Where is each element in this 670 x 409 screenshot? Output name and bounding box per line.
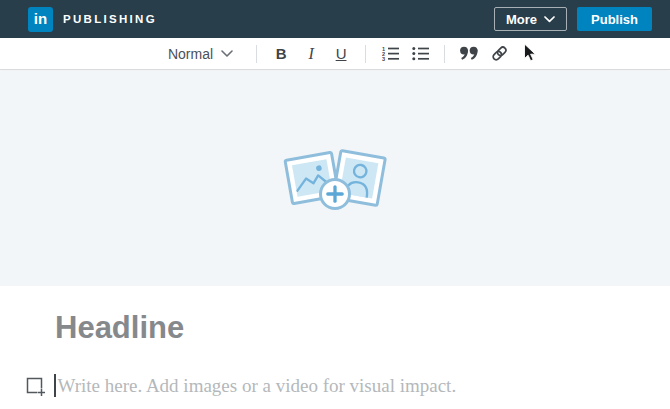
headline-input[interactable]: Headline — [55, 310, 184, 346]
ordered-list-icon: 123 — [382, 46, 399, 61]
add-images-icon[interactable] — [268, 137, 402, 221]
double-quote-icon — [460, 46, 478, 61]
toolbar-divider — [365, 45, 366, 63]
chain-link-icon — [491, 45, 508, 62]
publish-button[interactable]: Publish — [577, 7, 652, 31]
bold-button[interactable]: B — [268, 41, 294, 67]
cover-image-dropzone[interactable] — [0, 71, 670, 286]
brand-title: PUBLISHING — [63, 13, 157, 25]
body-editor-row: Write here. Add images or a video for vi… — [24, 374, 456, 397]
linkedin-logo-icon[interactable]: in — [28, 7, 53, 32]
logo-text: in — [34, 10, 47, 27]
blockquote-button[interactable] — [456, 41, 482, 67]
link-button[interactable] — [486, 41, 512, 67]
bullet-list-icon — [412, 46, 429, 61]
more-button[interactable]: More — [494, 7, 567, 31]
toolbar-divider — [256, 45, 257, 63]
toolbar-divider — [444, 45, 445, 63]
brand: in PUBLISHING — [28, 7, 157, 32]
text-caret — [54, 374, 56, 397]
svg-text:3: 3 — [382, 56, 385, 61]
chevron-down-icon — [544, 16, 555, 23]
formatting-toolbar: Normal B I U 123 — [0, 38, 670, 70]
chevron-down-icon — [221, 50, 233, 58]
paragraph-style-label: Normal — [168, 46, 213, 62]
top-navbar: in PUBLISHING More Publish — [0, 0, 670, 38]
bullet-list-button[interactable] — [407, 41, 433, 67]
ordered-list-button[interactable]: 123 — [377, 41, 403, 67]
navbar-actions: More Publish — [494, 7, 652, 31]
underline-button[interactable]: U — [328, 41, 354, 67]
publishing-editor-window: in PUBLISHING More Publish Normal B I U — [0, 0, 670, 409]
insert-media-icon[interactable] — [24, 375, 46, 397]
italic-button[interactable]: I — [298, 41, 324, 67]
paragraph-style-dropdown[interactable]: Normal — [168, 46, 233, 62]
body-text-input[interactable]: Write here. Add images or a video for vi… — [58, 375, 457, 397]
more-button-label: More — [506, 12, 537, 27]
